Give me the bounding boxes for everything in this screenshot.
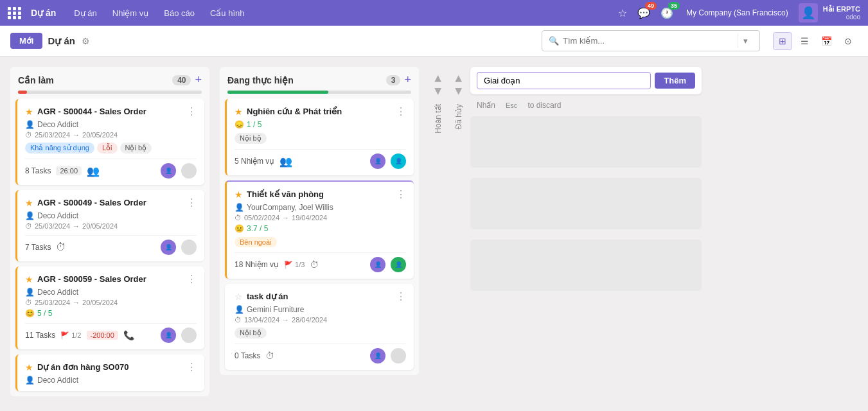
- card-tags-d2: Bên ngoài: [235, 237, 406, 247]
- view-icons: ⊞ ☰ 📅 ⊙: [773, 32, 858, 50]
- tag-noi-bo-d1[interactable]: Nội bộ: [235, 133, 267, 144]
- column-progress-can-lam: [10, 91, 209, 99]
- card-menu-c3[interactable]: ⋮: [186, 273, 197, 285]
- search-dropdown-icon[interactable]: ▾: [738, 33, 753, 48]
- tag-loi[interactable]: Lỗi: [97, 143, 118, 153]
- card-agr-s00059: ★ AGR - S00059 - Sales Order ⋮ 👤 Deco Ad…: [15, 267, 204, 349]
- collapse-arrow-hoan-tat[interactable]: ◀: [433, 75, 443, 82]
- avatar-d1a: 👤: [370, 153, 385, 169]
- clock-icon-d3: ⏱: [265, 351, 274, 361]
- message-icon[interactable]: 💬 49: [635, 4, 653, 22]
- page-title: Dự án: [48, 35, 75, 47]
- nav-bao-cao[interactable]: Báo cáo: [159, 8, 200, 18]
- avatar-d1b: 👤: [391, 153, 406, 169]
- them-button[interactable]: Thêm: [655, 73, 695, 89]
- stage-hint: Nhấn Esc to discard: [470, 100, 702, 111]
- card-rating-d2: 😐 3.7 / 5: [235, 224, 406, 233]
- people-icon-c1: 👥: [87, 165, 100, 177]
- card-menu-c4[interactable]: ⋮: [186, 361, 197, 373]
- activity-icon[interactable]: 🕐 35: [658, 4, 676, 22]
- user-info: Hải ERPTC odoo: [823, 5, 860, 21]
- card-title-d3: task dự án: [247, 292, 392, 301]
- card-task-du-an: ☆ task dự án ⋮ 👤 Gemini Furniture ⏱ 13/0…: [225, 284, 414, 370]
- placeholder-3: [470, 240, 702, 291]
- collapsed-column-da-huy[interactable]: ◀ ▶ Đã hủy: [450, 67, 468, 129]
- avatar-circle-c3: [181, 328, 197, 343]
- card-menu-d3[interactable]: ⋮: [396, 290, 406, 302]
- placeholder-2: [470, 178, 702, 229]
- card-menu-d1[interactable]: ⋮: [396, 105, 406, 118]
- card-dates-d2: ⏱ 05/02/2024 → 19/04/2024: [235, 214, 406, 222]
- nav-du-an[interactable]: Dự án: [69, 8, 102, 18]
- top-navigation: Dự án Dự án Nhiệm vụ Báo cáo Cấu hình ☆ …: [0, 0, 868, 26]
- avatar-c3: 👤: [161, 328, 176, 343]
- star-icon-c2[interactable]: ★: [25, 198, 33, 208]
- user-avatar[interactable]: 👤: [799, 3, 818, 22]
- star-icon-d1[interactable]: ★: [235, 107, 243, 117]
- time-badge-c3: -200:00: [87, 331, 118, 340]
- star-icon-c4[interactable]: ★: [25, 362, 33, 372]
- expand-arrow-da-huy[interactable]: ▶: [454, 88, 464, 95]
- star-icon-d3[interactable]: ☆: [235, 292, 243, 302]
- nav-cau-hinh[interactable]: Cấu hình: [205, 8, 250, 18]
- app-grid-icon[interactable]: [8, 7, 22, 19]
- tasks-badge-c3: 🚩 1/2: [60, 331, 81, 340]
- tag-ben-ngoai[interactable]: Bên ngoài: [235, 237, 277, 247]
- column-title-can-lam: Cần làm: [18, 75, 54, 85]
- card-dates-c3: ⏱ 25/03/2024 → 20/05/2024: [25, 299, 197, 306]
- card-menu-c2[interactable]: ⋮: [186, 197, 197, 209]
- activity-badge: 35: [668, 2, 680, 10]
- card-menu-c1[interactable]: ⋮: [186, 105, 197, 118]
- star-icon-d2[interactable]: ★: [235, 189, 243, 200]
- message-badge: 49: [645, 2, 657, 10]
- collapsed-label-hoan-tat: Hoàn tất: [434, 104, 443, 134]
- avatar-c1: 👤: [161, 163, 176, 179]
- card-title-c3: AGR - S00059 - Sales Order: [37, 274, 182, 284]
- card-so070: ★ Dự án đơn hàng SO070 ⋮ 👤 Deco Addict: [15, 354, 204, 391]
- card-title-c1: AGR - S00044 - Sales Order: [37, 107, 182, 116]
- new-button[interactable]: Mới: [10, 33, 42, 49]
- avatar-d3a: 👤: [370, 348, 385, 363]
- clock-icon-d2: ⏱: [310, 259, 319, 270]
- card-tags-d3: Nội bộ: [235, 328, 406, 338]
- tag-kha-nang[interactable]: Khả năng sử dụng: [25, 143, 94, 153]
- kanban-view-icon[interactable]: ⊞: [773, 32, 792, 50]
- task-count-c1: 8 Tasks: [25, 166, 51, 175]
- nav-brand: Dự án: [31, 8, 56, 18]
- card-dates-c2: ⏱ 25/03/2024 → 20/05/2024: [25, 222, 197, 230]
- search-input[interactable]: [563, 36, 734, 46]
- collapse-arrow-da-huy[interactable]: ◀: [454, 75, 464, 82]
- nav-nhiem-vu[interactable]: Nhiệm vụ: [107, 8, 154, 18]
- tag-noi-bo-c1[interactable]: Nội bộ: [120, 143, 152, 153]
- column-can-lam: Cần làm 40 + ★ AGR - S00044 - Sales Orde…: [10, 67, 209, 396]
- add-card-dang-thuc-hien-icon[interactable]: +: [404, 73, 411, 87]
- phone-icon-c3: 📞: [123, 330, 134, 340]
- add-card-can-lam-icon[interactable]: +: [195, 73, 202, 87]
- tag-noi-bo-d3[interactable]: Nội bộ: [235, 328, 267, 338]
- toolbar: Mới Dự án ⚙ 🔍 ▾ ⊞ ☰ 📅 ⊙: [0, 26, 868, 57]
- card-company-d2: 👤 YourCompany, Joel Willis: [235, 203, 406, 212]
- card-company-c1: 👤 Deco Addict: [25, 120, 197, 129]
- star-notification-icon[interactable]: ☆: [616, 4, 630, 22]
- settings-view-icon[interactable]: ⊙: [838, 32, 858, 50]
- stage-input-row: Thêm: [470, 67, 702, 94]
- task-count-d3: 0 Tasks: [235, 351, 260, 360]
- expand-arrow-hoan-tat[interactable]: ▶: [433, 88, 443, 95]
- collapsed-column-hoan-tat[interactable]: ◀ ▶ Hoàn tất: [429, 67, 447, 134]
- stage-name-input[interactable]: [477, 72, 651, 89]
- star-icon-c1[interactable]: ★: [25, 107, 33, 117]
- card-nghien-cuu: ★ Nghiên cứu & Phát triển ⋮ 😞 1 / 5 Nội …: [225, 99, 414, 175]
- card-footer-c2: 7 Tasks ⏱ 👤: [25, 235, 197, 255]
- card-footer-d1: 5 Nhiệm vụ 👥 👤 👤: [235, 149, 406, 169]
- card-agr-s00044: ★ AGR - S00044 - Sales Order ⋮ 👤 Deco Ad…: [15, 99, 204, 185]
- kanban-board: Cần làm 40 + ★ AGR - S00044 - Sales Orde…: [0, 57, 868, 411]
- card-footer-d3: 0 Tasks ⏱ 👤: [235, 344, 406, 363]
- clock-icon-c2: ⏱: [56, 241, 66, 253]
- calendar-view-icon[interactable]: 📅: [817, 32, 836, 50]
- star-icon-c3[interactable]: ★: [25, 274, 33, 284]
- list-view-icon[interactable]: ☰: [795, 32, 814, 50]
- card-menu-d2[interactable]: ⋮: [396, 188, 406, 200]
- avatar-c2: 👤: [161, 240, 176, 255]
- gear-icon[interactable]: ⚙: [82, 36, 90, 46]
- company-label: My Company (San Francisco): [686, 8, 788, 17]
